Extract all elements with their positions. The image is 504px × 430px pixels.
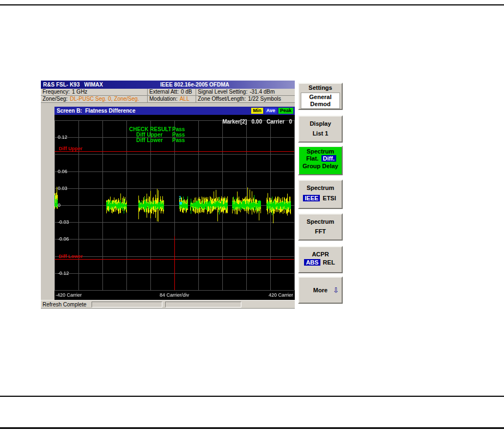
page-bottom-border xyxy=(0,427,504,429)
softkey-settings-general-demod[interactable]: Settings General Demod xyxy=(298,83,343,110)
option-rel[interactable]: REL xyxy=(321,259,337,266)
option-diff[interactable]: Diff. xyxy=(321,155,336,162)
modulation-value: ALL xyxy=(180,96,190,102)
frequency-field: Frequency:1 GHz xyxy=(41,89,148,95)
option-ieee[interactable]: IEEE xyxy=(303,195,320,201)
softkey-display-list-1[interactable]: Display List 1 xyxy=(298,115,343,143)
softkey-more[interactable]: More ⇩ xyxy=(298,277,343,304)
analyzer-main-area: R&S FSL- K93 WIMAX IEEE 802.16e-2005 OFD… xyxy=(41,81,295,309)
screen-b-header: Screen B: Flatness Difference Min Ave Pe… xyxy=(54,107,295,115)
softkey-sublabel: FFT xyxy=(299,228,342,235)
trace-peak-indicator: Peak xyxy=(278,108,293,114)
down-arrow-icon: ⇩ xyxy=(333,286,339,294)
external-att-field: External Att:0 dB xyxy=(148,89,196,95)
softkey-label: ACPR xyxy=(299,251,342,258)
softkey-label: Spectrum xyxy=(299,148,342,155)
softkey-panel: Settings General Demod Display List 1 Sp… xyxy=(297,81,343,309)
softkey-label: Settings xyxy=(299,84,342,91)
softkey-sublabel-general: General xyxy=(301,94,339,101)
zone-seg-field: Zone/Seg:DL-PUSC Seg. 0, Zone/Seg. xyxy=(41,96,148,102)
zone-offset-label: Zone Offset/Length: xyxy=(198,96,246,102)
analyzer-screenshot: R&S FSL- K93 WIMAX IEEE 802.16e-2005 OFD… xyxy=(41,81,343,309)
horizontal-rule-top xyxy=(0,4,504,5)
option-abs[interactable]: ABS xyxy=(304,259,320,266)
status-field-2 xyxy=(165,302,241,308)
external-att-label: External Att: xyxy=(149,89,179,95)
option-flat[interactable]: Flat. xyxy=(305,155,320,162)
softkey-label: Spectrum xyxy=(299,218,342,225)
trace-ave-indicator: Ave xyxy=(265,108,277,114)
info-row-2: Zone/Seg:DL-PUSC Seg. 0, Zone/Seg. Modul… xyxy=(41,96,295,103)
softkey-spectrum-flat-diff-group-delay[interactable]: Spectrum Flat.Diff. Group Delay xyxy=(298,146,343,175)
status-field-1 xyxy=(92,302,162,308)
softkey-sublabel-group-delay: Group Delay xyxy=(299,163,342,170)
modulation-label: Modulation: xyxy=(149,96,178,102)
softkey-spectrum-ieee-etsi[interactable]: Spectrum IEEEETSI xyxy=(298,180,343,209)
zone-offset-value: 1/22 Symbols xyxy=(248,96,281,102)
softkey-acpr-abs-rel[interactable]: ACPR ABSREL xyxy=(298,246,343,273)
zone-seg-label: Zone/Seg: xyxy=(42,96,68,102)
modulation-field: Modulation:ALL xyxy=(148,96,196,102)
softkey-sublabel: List 1 xyxy=(299,130,342,137)
frequency-value: 1 GHz xyxy=(72,89,87,95)
screen-b-title: Screen B: Flatness Difference xyxy=(54,107,251,115)
zone-offset-field: Zone Offset/Length:1/22 Symbols xyxy=(196,96,295,102)
app-title: R&S FSL- K93 WIMAX xyxy=(43,81,103,89)
softkey-toggle-row: IEEEETSI xyxy=(299,195,342,202)
softkey-toggle-row: Flat.Diff. xyxy=(299,155,342,162)
flatness-difference-chart[interactable] xyxy=(54,115,295,300)
signal-level-field: Signal Level Setting:-31.4 dBm xyxy=(196,89,295,95)
status-message: Refresh Complete xyxy=(42,302,87,308)
softkey-toggle-row: ABSREL xyxy=(299,259,342,266)
screen-b-area: Screen B: Flatness Difference Min Ave Pe… xyxy=(41,103,295,300)
external-att-value: 0 dB xyxy=(181,89,192,95)
signal-level-label: Signal Level Setting: xyxy=(198,89,247,95)
info-row-1: Frequency:1 GHz External Att:0 dB Signal… xyxy=(41,89,295,96)
softkey-label: Spectrum xyxy=(299,185,342,192)
trace-min-indicator: Min xyxy=(251,108,263,114)
status-bar: Refresh Complete xyxy=(41,300,295,309)
option-etsi[interactable]: ETSI xyxy=(321,195,337,201)
measurement-info-bar: Frequency:1 GHz External Att:0 dB Signal… xyxy=(41,89,295,103)
signal-level-value: -31.4 dBm xyxy=(250,89,275,95)
title-bar: R&S FSL- K93 WIMAX IEEE 802.16e-2005 OFD… xyxy=(41,81,295,89)
softkey-sub-box: General Demod xyxy=(301,93,340,109)
softkey-sublabel-demod: Demod xyxy=(301,101,339,108)
softkey-spectrum-fft[interactable]: Spectrum FFT xyxy=(298,213,343,241)
frequency-label: Frequency: xyxy=(42,89,70,95)
standard-title: IEEE 802.16e-2005 OFDMA xyxy=(160,81,229,89)
zone-seg-value: DL-PUSC Seg. 0, Zone/Seg. xyxy=(70,96,139,102)
softkey-label: Display xyxy=(299,120,342,127)
horizontal-rule-bottom xyxy=(0,396,504,397)
